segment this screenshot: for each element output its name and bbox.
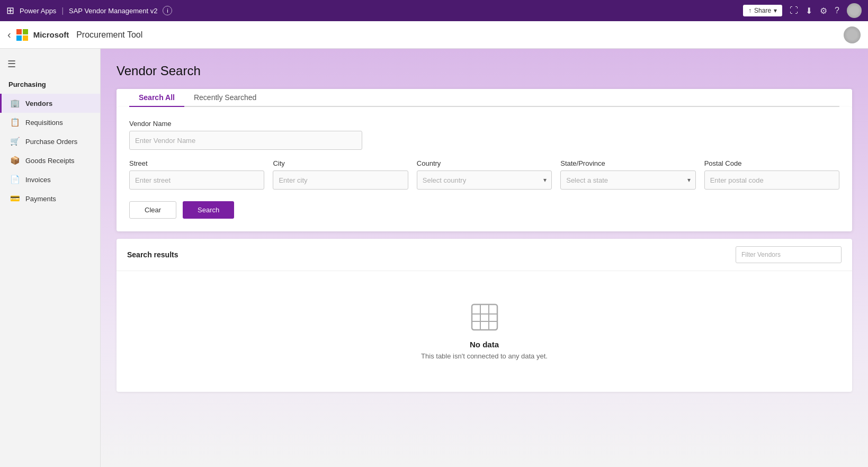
sidebar-item-vendors[interactable]: 🏢 Vendors [0, 94, 100, 113]
state-select[interactable]: Select a state [560, 170, 695, 190]
invoices-icon: 📄 [10, 175, 20, 184]
sidebar-item-requisitions[interactable]: 📋 Requisitions [0, 113, 100, 132]
sidebar-section-title: Purchasing [0, 77, 100, 94]
sidebar-item-purchase-orders[interactable]: 🛒 Purchase Orders [0, 132, 100, 151]
filter-vendors-input[interactable] [736, 246, 842, 263]
top-bar-right: ↑ Share ▾ ⛶ ⬇ ⚙ ? [743, 3, 862, 18]
share-button[interactable]: ↑ Share ▾ [743, 5, 782, 16]
microsoft-logo [16, 29, 28, 41]
second-bar-left: ‹ Microsoft Procurement Tool [7, 29, 142, 41]
sidebar-label-purchase-orders: Purchase Orders [25, 138, 77, 146]
main-content: Vendor Search Search All Recently Search… [101, 49, 868, 467]
country-field: Country Select country ▾ [417, 159, 552, 190]
vendor-name-field: Vendor Name [129, 120, 839, 150]
results-section: Search results No data This table isn't … [117, 239, 852, 392]
country-select[interactable]: Select country [417, 170, 552, 190]
product-name: SAP Vendor Management v2 [69, 7, 157, 15]
brand-name: Microsoft [33, 30, 69, 39]
app-name: Power Apps [20, 7, 56, 15]
logo-yellow [23, 35, 28, 41]
user-avatar-second[interactable] [844, 26, 861, 43]
second-bar: ‹ Microsoft Procurement Tool [0, 21, 868, 49]
top-bar: ⊞ Power Apps | SAP Vendor Management v2 … [0, 0, 868, 21]
tab-recently-searched[interactable]: Recently Searched [184, 89, 266, 107]
postal-label: Postal Code [704, 159, 839, 167]
user-avatar[interactable] [847, 3, 862, 18]
postal-field: Postal Code [704, 159, 839, 190]
no-data-subtitle: This table isn't connected to any data y… [421, 352, 548, 360]
sidebar-item-goods-receipts[interactable]: 📦 Goods Receipts [0, 151, 100, 170]
chevron-down-icon: ▾ [774, 7, 777, 14]
search-panel-wrap: Search All Recently Searched Vendor Name [117, 89, 852, 231]
sidebar: ☰ Purchasing 🏢 Vendors 📋 Requisitions 🛒 … [0, 49, 101, 467]
vendors-icon: 🏢 [10, 98, 20, 108]
state-select-wrap: Select a state ▾ [560, 170, 695, 190]
results-header: Search results [117, 239, 852, 271]
country-label: Country [417, 159, 552, 167]
info-icon[interactable]: i [163, 6, 172, 15]
clear-button[interactable]: Clear [129, 201, 176, 219]
postal-input[interactable] [704, 170, 839, 190]
street-label: Street [129, 159, 264, 167]
city-input[interactable] [273, 170, 408, 190]
no-data-title: No data [470, 340, 499, 349]
sidebar-label-requisitions: Requisitions [25, 119, 63, 127]
share-icon: ↑ [748, 7, 751, 14]
top-bar-left: ⊞ Power Apps | SAP Vendor Management v2 … [6, 5, 172, 16]
page-title: Vendor Search [117, 64, 852, 78]
tabs: Search All Recently Searched [129, 89, 839, 107]
tool-name: Procurement Tool [76, 30, 142, 40]
sidebar-label-payments: Payments [25, 195, 56, 203]
app-layout: ☰ Purchasing 🏢 Vendors 📋 Requisitions 🛒 … [0, 49, 868, 467]
tab-search-all[interactable]: Search All [129, 89, 184, 107]
city-label: City [273, 159, 408, 167]
sidebar-item-invoices[interactable]: 📄 Invoices [0, 170, 100, 189]
street-field: Street [129, 159, 264, 190]
logo-blue [16, 35, 22, 41]
sidebar-label-vendors: Vendors [25, 100, 52, 107]
state-field: State/Province Select a state ▾ [560, 159, 695, 190]
results-title: Search results [127, 250, 178, 259]
purchase-orders-icon: 🛒 [10, 137, 20, 146]
hamburger-icon[interactable]: ☰ [0, 54, 100, 74]
tabs-wrap: Search All Recently Searched [117, 89, 852, 107]
no-data-icon [470, 303, 499, 331]
grid-icon[interactable]: ⊞ [6, 5, 14, 16]
address-row: Street City Country Select country [129, 159, 839, 190]
city-field: City [273, 159, 408, 190]
svg-rect-0 [472, 304, 497, 330]
vendor-name-input[interactable] [129, 131, 362, 150]
vendor-name-label: Vendor Name [129, 120, 839, 128]
sidebar-item-payments[interactable]: 💳 Payments [0, 189, 100, 208]
payments-icon: 💳 [10, 194, 20, 203]
back-button[interactable]: ‹ [7, 29, 11, 41]
help-icon[interactable]: ? [835, 6, 839, 15]
state-label: State/Province [560, 159, 695, 167]
sidebar-label-invoices: Invoices [25, 176, 51, 184]
logo-green [23, 29, 28, 34]
settings-icon[interactable]: ⚙ [820, 6, 827, 16]
requisitions-icon: 📋 [10, 118, 20, 127]
separator: | [61, 6, 64, 15]
street-input[interactable] [129, 170, 264, 190]
search-button[interactable]: Search [183, 201, 234, 219]
no-data-area: No data This table isn't connected to an… [117, 271, 852, 392]
search-panel: Vendor Name Street City Country [117, 107, 852, 231]
goods-receipts-icon: 📦 [10, 156, 20, 165]
download-icon[interactable]: ⬇ [806, 6, 812, 16]
sidebar-label-goods-receipts: Goods Receipts [25, 157, 75, 165]
btn-row: Clear Search [129, 201, 839, 219]
country-select-wrap: Select country ▾ [417, 170, 552, 190]
fullscreen-icon[interactable]: ⛶ [790, 6, 798, 15]
logo-red [16, 29, 22, 34]
